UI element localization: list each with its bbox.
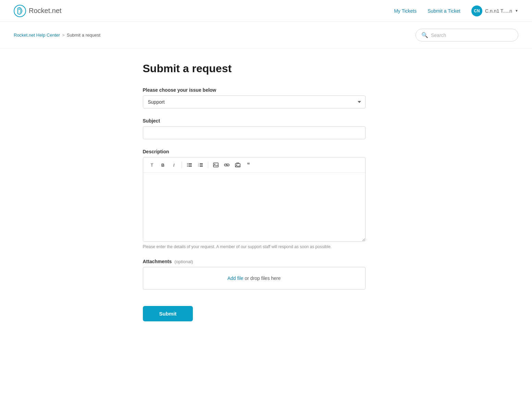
toolbar-link-btn[interactable] <box>222 160 232 170</box>
svg-rect-8 <box>200 163 203 164</box>
svg-point-17 <box>236 165 237 166</box>
svg-rect-3 <box>187 165 188 165</box>
search-input[interactable] <box>431 33 512 38</box>
breadcrumb-separator: > <box>62 33 65 38</box>
attachment-drop-zone[interactable]: Add file or drop files here <box>143 267 366 290</box>
breadcrumb: Rocket.net Help Center > Submit a reques… <box>14 33 100 38</box>
sub-header: Rocket.net Help Center > Submit a reques… <box>0 22 532 49</box>
image-icon <box>213 163 219 167</box>
svg-rect-5 <box>187 166 188 167</box>
issue-group: Please choose your issue below Support B… <box>143 87 389 108</box>
svg-rect-13 <box>213 163 218 167</box>
chevron-down-icon: ▼ <box>515 9 518 13</box>
svg-rect-4 <box>188 165 192 165</box>
description-group: Description T B I <box>143 149 389 249</box>
svg-text:3.: 3. <box>198 165 199 167</box>
toolbar-italic-btn[interactable]: I <box>169 160 179 170</box>
user-name: C.n.n1 T.....n <box>485 8 512 14</box>
logo-icon <box>14 5 26 17</box>
submit-button[interactable]: Submit <box>143 306 193 321</box>
description-hint: Please enter the details of your request… <box>143 244 366 249</box>
toolbar-quote-btn[interactable]: “ <box>244 160 253 170</box>
subject-group: Subject <box>143 118 389 139</box>
toolbar-divider-1 <box>182 162 182 168</box>
logo[interactable]: Rocket.net <box>14 5 62 17</box>
svg-rect-1 <box>187 163 188 164</box>
toolbar-inline-image-btn[interactable] <box>233 160 243 170</box>
toolbar-divider-2 <box>208 162 208 168</box>
site-header: Rocket.net My Tickets Submit a Ticket CN… <box>0 0 532 22</box>
ordered-list-icon: 1. 2. 3. <box>198 163 203 167</box>
description-textarea[interactable] <box>143 173 365 241</box>
toolbar-unordered-list-btn[interactable] <box>185 160 194 170</box>
user-menu[interactable]: CN C.n.n1 T.....n ▼ <box>471 5 518 16</box>
main-content: Submit a request Please choose your issu… <box>129 49 403 335</box>
toolbar-image-btn[interactable] <box>211 160 221 170</box>
toolbar-ordered-list-btn[interactable]: 1. 2. 3. <box>196 160 205 170</box>
svg-point-0 <box>14 5 26 17</box>
avatar: CN <box>471 5 482 16</box>
unordered-list-icon <box>187 163 192 167</box>
svg-rect-6 <box>188 166 192 167</box>
attachments-label: Attachments (optional) <box>143 259 389 264</box>
svg-point-14 <box>214 164 215 165</box>
breadcrumb-home[interactable]: Rocket.net Help Center <box>14 33 60 38</box>
toolbar-text-btn[interactable]: T <box>147 160 157 170</box>
page-title: Submit a request <box>143 62 389 75</box>
drop-text: or drop files here <box>245 276 281 281</box>
editor-container: T B I <box>143 157 366 242</box>
svg-rect-2 <box>188 163 192 164</box>
submit-ticket-link[interactable]: Submit a Ticket <box>428 8 460 14</box>
logo-text: Rocket.net <box>29 7 62 15</box>
my-tickets-link[interactable]: My Tickets <box>394 8 417 14</box>
request-form: Please choose your issue below Support B… <box>143 87 389 321</box>
description-label: Description <box>143 149 389 154</box>
search-box: 🔍 <box>416 29 518 41</box>
issue-label: Please choose your issue below <box>143 87 389 93</box>
editor-toolbar: T B I <box>143 157 365 173</box>
add-file-link[interactable]: Add file <box>227 276 244 281</box>
breadcrumb-current: Submit a request <box>67 33 100 38</box>
issue-select[interactable]: Support Billing Other <box>143 95 366 108</box>
main-nav: My Tickets Submit a Ticket CN C.n.n1 T..… <box>394 5 518 16</box>
inline-image-icon <box>235 163 240 167</box>
search-icon: 🔍 <box>421 32 428 38</box>
svg-rect-10 <box>200 165 203 165</box>
svg-rect-12 <box>200 166 203 167</box>
subject-input[interactable] <box>143 126 366 139</box>
link-icon <box>224 163 230 167</box>
subject-label: Subject <box>143 118 389 124</box>
toolbar-bold-btn[interactable]: B <box>158 160 168 170</box>
attachments-group: Attachments (optional) Add file or drop … <box>143 259 389 290</box>
